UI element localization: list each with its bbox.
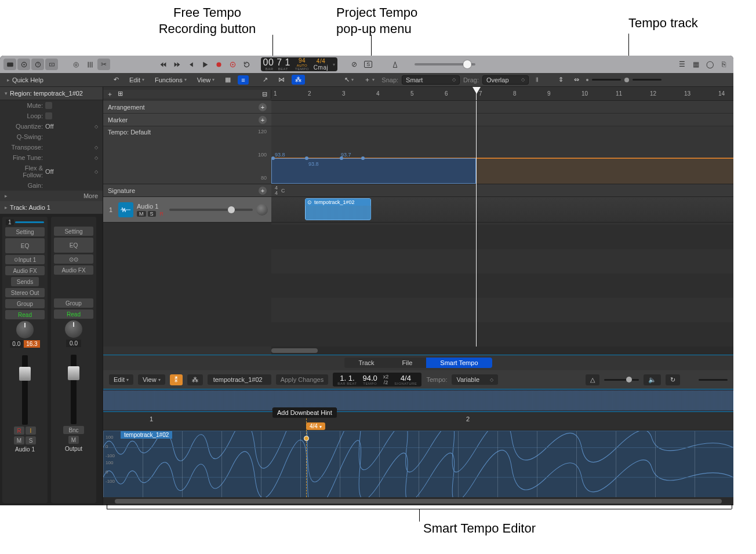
- notepad-icon[interactable]: ▦: [689, 59, 702, 70]
- flex-value[interactable]: Off: [45, 168, 94, 175]
- add-signature-icon[interactable]: +: [259, 187, 267, 195]
- editor-region-name[interactable]: tempotrack_1#02: [208, 374, 271, 385]
- lcd-position[interactable]: 00 7 1: [263, 58, 290, 67]
- tempo-region[interactable]: [271, 158, 476, 184]
- apply-changes-button[interactable]: Apply Changes: [276, 374, 329, 385]
- toolbar-icon[interactable]: +: [45, 59, 58, 70]
- group-button[interactable]: Group: [54, 298, 93, 308]
- metronome-icon[interactable]: [388, 59, 401, 70]
- downbeat-marker[interactable]: [306, 413, 307, 497]
- track-volume-slider[interactable]: [169, 209, 253, 211]
- fader[interactable]: [22, 355, 28, 425]
- global-tracks-icon[interactable]: ⊟: [262, 90, 267, 98]
- smart-controls-icon[interactable]: ◎: [70, 59, 82, 70]
- solo-button[interactable]: S: [26, 436, 36, 444]
- grid-icon[interactable]: ▦: [221, 75, 234, 85]
- browser-icon[interactable]: ⎘: [717, 59, 730, 70]
- sig-value[interactable]: 4 4: [275, 185, 278, 195]
- lcd-signature[interactable]: 4/4: [317, 59, 325, 64]
- sig-key[interactable]: C: [281, 188, 285, 194]
- audiofx-button[interactable]: Audio FX: [54, 265, 93, 275]
- metronome-editor-icon[interactable]: △: [586, 374, 599, 385]
- sends-button[interactable]: Sends: [11, 277, 39, 286]
- library-icon[interactable]: [3, 59, 16, 70]
- replace-icon[interactable]: ⊘: [348, 59, 361, 70]
- editor-edit-menu[interactable]: Edit▾: [109, 374, 133, 385]
- add-marker-icon[interactable]: +: [259, 116, 267, 124]
- tab-smart-tempo[interactable]: Smart Tempo: [426, 358, 492, 368]
- loop-editor-icon[interactable]: ↻: [666, 374, 680, 385]
- lcd-display[interactable]: 00 7 1BARBEAT 94AUTOTEMPO 4/4Cmaj ▾: [261, 57, 338, 71]
- cycle-button[interactable]: [241, 59, 253, 70]
- speaker-icon[interactable]: 🔈: [644, 374, 661, 385]
- record-enable[interactable]: R: [14, 427, 24, 435]
- forward-button[interactable]: [171, 59, 184, 70]
- editor-ruler[interactable]: 1 2 4/4 ▾ Add Downbeat Hint: [103, 412, 733, 431]
- setting-button[interactable]: Setting: [54, 227, 93, 236]
- tempo-mode-select[interactable]: Variable◇: [452, 374, 498, 385]
- mute-button[interactable]: M: [68, 436, 79, 444]
- h-scrollbar[interactable]: [271, 347, 733, 355]
- region-header[interactable]: ▾ Region: tempotrack_1#02: [0, 87, 103, 100]
- list-editor-icon[interactable]: ☰: [675, 59, 688, 70]
- eq-button[interactable]: EQ: [5, 238, 45, 253]
- show-hide-icon[interactable]: ⁂: [292, 75, 305, 85]
- inspector-icon[interactable]: [17, 59, 30, 70]
- tempo-header-label[interactable]: Tempo: Default: [108, 129, 151, 136]
- track-solo[interactable]: S: [148, 211, 156, 217]
- mute-button[interactable]: M: [14, 436, 24, 444]
- tab-file[interactable]: File: [388, 358, 427, 368]
- mute-checkbox[interactable]: [45, 102, 52, 109]
- add-arrangement-icon[interactable]: +: [259, 103, 267, 111]
- editor-tool-a[interactable]: ⁑̽: [170, 374, 183, 385]
- track-icon[interactable]: [118, 202, 133, 217]
- editor-overview[interactable]: [103, 389, 733, 412]
- playhead[interactable]: [476, 87, 477, 100]
- tab-track[interactable]: Track: [344, 358, 388, 368]
- timeline-ruler[interactable]: 1234567891011121314: [271, 87, 733, 101]
- track-name[interactable]: Audio 1: [137, 203, 166, 210]
- flex-icon[interactable]: ⋈: [275, 75, 288, 85]
- lcd-key[interactable]: Cmaj: [314, 64, 328, 71]
- output-button[interactable]: Stereo Out: [5, 288, 45, 297]
- loop-checkbox[interactable]: [45, 112, 52, 119]
- cells-icon[interactable]: ≡: [238, 75, 248, 85]
- editor-h-scrollbar[interactable]: [103, 497, 733, 505]
- help-icon[interactable]: ?: [31, 59, 44, 70]
- input-monitor[interactable]: I: [26, 427, 36, 435]
- automation-mode[interactable]: Read: [54, 309, 93, 319]
- track-pan-knob[interactable]: [256, 204, 268, 216]
- group-button[interactable]: Group: [5, 299, 45, 308]
- play-button[interactable]: [199, 59, 212, 70]
- automation-icon[interactable]: ↗: [259, 75, 271, 85]
- pencil-tool[interactable]: ＋▾: [361, 74, 378, 85]
- waveform-zoom-icon[interactable]: ⫴: [532, 75, 542, 85]
- input-button[interactable]: ⊙ Input 1: [5, 255, 45, 264]
- quantize-value[interactable]: Off: [45, 123, 94, 130]
- record-button[interactable]: [213, 59, 226, 70]
- setting-button[interactable]: Setting: [5, 227, 45, 236]
- audiofx-button[interactable]: Audio FX: [5, 266, 45, 275]
- editor-main-waveform[interactable]: tempotrack_1#02 100 0: [103, 431, 733, 497]
- automation-mode[interactable]: Read: [5, 310, 45, 319]
- vzoom-icon[interactable]: ⇕: [555, 75, 567, 85]
- track-header-row[interactable]: ▸Track: Audio 1: [0, 201, 103, 214]
- add-track-icon[interactable]: ＋: [107, 90, 113, 99]
- editor-view-menu[interactable]: View▾: [138, 374, 165, 385]
- bounce-button[interactable]: Bnc: [63, 426, 84, 434]
- duplicate-track-icon[interactable]: ⊞: [118, 90, 123, 99]
- more-label[interactable]: More: [83, 192, 98, 199]
- editor-slider[interactable]: [604, 379, 639, 381]
- stereo-icon[interactable]: ⊙⊙: [54, 254, 93, 264]
- eq-button[interactable]: EQ: [54, 238, 93, 253]
- signature-badge[interactable]: 4/4 ▾: [306, 422, 325, 430]
- view-menu[interactable]: View▾: [194, 75, 219, 85]
- loops-icon[interactable]: ◯: [703, 59, 716, 70]
- editor-lcd[interactable]: 1. 1.BAR BEAT 94.0TEMPO x2/2 4/4SIGNATUR…: [333, 373, 421, 387]
- mixer-icon[interactable]: [83, 59, 96, 70]
- go-to-start-button[interactable]: [185, 59, 198, 70]
- edit-menu[interactable]: Edit▾: [126, 75, 148, 85]
- snap-select[interactable]: Smart◇: [402, 75, 460, 85]
- functions-menu[interactable]: Functions▾: [151, 75, 190, 85]
- rewind-button[interactable]: [157, 59, 170, 70]
